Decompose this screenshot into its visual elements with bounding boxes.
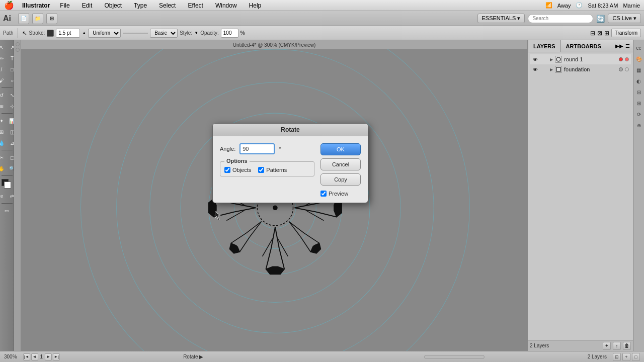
layers-move-to-new-btn[interactable]: ↑ [613,342,621,350]
menu-file[interactable]: File [58,2,71,9]
fill-none-btn[interactable]: ⊘ [0,191,7,201]
scale-tool-btn[interactable]: ⤡ [7,90,14,100]
direct-select-btn[interactable]: ↗ [7,42,14,52]
layer-item-foundation[interactable]: 👁 ▶ foundation [530,64,631,74]
left-scroll-strip [14,40,21,351]
layers-delete-btn[interactable]: 🗑 [623,342,631,350]
gradient-strip-icon[interactable]: ◐ [634,76,643,85]
menu-select[interactable]: Select [157,2,178,9]
zoom-tool-btn[interactable]: 🔍 [7,163,14,173]
uniform-dropdown[interactable]: Uniform [88,29,121,38]
sync-icon: 🔄 [596,15,605,23]
menu-object[interactable]: Object [102,2,124,9]
menu-help[interactable]: Help [247,2,264,9]
menu-effect[interactable]: Effect [186,2,205,9]
style-dropdown-icon[interactable]: ▼ [194,31,198,35]
patterns-checkbox[interactable] [258,167,264,173]
scissor-tool-btn[interactable]: ✂ [0,152,7,162]
status-arrow[interactable]: ▶ [199,354,203,359]
cc-icon[interactable]: cc [634,43,643,52]
eraser-tool-btn[interactable]: ◻ [7,152,14,162]
align-left-icon[interactable]: ⊟ [590,30,595,37]
layer-lock-foundation[interactable] [541,66,548,73]
preview-checkbox[interactable] [320,191,327,197]
panel-menu-icon[interactable]: ☰ [625,43,630,49]
layer-visibility-round1[interactable]: 👁 [532,56,539,63]
pathfinder-icon[interactable]: ⊕ [634,121,643,130]
layers-tab[interactable]: LAYERS [528,40,561,52]
swatches-icon[interactable]: ▦ [634,65,643,74]
status-new-icon[interactable]: + [622,353,630,361]
stroke-value-input[interactable] [56,29,80,38]
objects-checkbox[interactable] [224,167,230,173]
selection-tool-btn[interactable]: ↖ [0,42,7,52]
preview-label: Preview [329,191,348,197]
swap-btn[interactable]: ⇄ [7,191,14,201]
stroke-strip-icon[interactable]: ⊟ [634,87,643,97]
opacity-input[interactable] [221,29,238,38]
layer-lock-round1[interactable] [541,56,548,63]
layers-new-layer-btn[interactable]: + [603,342,611,350]
rotate-dialog-title[interactable]: Rotate [213,124,368,136]
blob-tool-btn[interactable]: ○ [7,75,14,85]
pen-tool-btn[interactable]: ✏ [0,53,7,63]
page-prev-btn[interactable]: ◄ [31,353,38,360]
panel-expand-icon[interactable]: ▶▶ [615,43,623,49]
transform-btn[interactable]: Transform [611,29,641,37]
toggle-view-btn[interactable]: ⊞ [46,13,57,24]
essentials-btn[interactable]: ESSENTIALS ▾ [477,14,525,23]
clock-icon: 🕐 [576,2,583,9]
eyedropper-btn[interactable]: 💧 [0,138,7,148]
copy-button[interactable]: Copy [320,173,361,186]
artboards-tab[interactable]: ARTBOARDS [561,40,606,52]
blend-tool-btn[interactable]: ⊿ [7,138,14,148]
layer-visibility-foundation[interactable]: 👁 [532,66,539,73]
symbol-tool-btn[interactable]: ✦ [0,116,7,126]
graph-tool-btn[interactable]: 📊 [7,116,14,126]
type-tool-btn[interactable]: T [7,53,14,63]
brush-tool-btn[interactable]: 🖌 [0,75,7,85]
layer-item-round1[interactable]: 👁 ▶ round 1 [530,54,631,64]
page-last-btn[interactable]: ►| [53,353,60,360]
menu-type[interactable]: Type [132,2,149,9]
apple-menu[interactable]: 🍎 [4,1,14,10]
stroke-color-swatch2[interactable] [4,182,11,189]
rotate-tool-btn[interactable]: ↺ [0,90,7,100]
toolbox: ↖ ↗ ✏ T / □ 🖌 ○ ↺ ⤡ ≋ ⊹ ✦ 📊 ⊞ [0,40,14,351]
horizontal-scrollbar[interactable] [424,355,485,359]
menu-window[interactable]: Window [213,2,239,9]
cs-live-btn[interactable]: CS Live ▾ [608,14,641,23]
page-next-btn[interactable]: ► [45,353,52,360]
align-right-icon[interactable]: ⊞ [604,30,609,37]
menu-edit[interactable]: Edit [80,2,95,9]
stroke-line-preview [123,33,148,34]
transform-strip-icon[interactable]: ⟳ [634,110,643,119]
align-strip-icon[interactable]: ⊞ [634,99,643,108]
objects-checkbox-item[interactable]: Objects [224,167,251,173]
shape-tool-btn[interactable]: □ [7,64,14,74]
layer-expand-round1[interactable]: ▶ [550,57,553,62]
color-strip-icon[interactable]: 🎨 [634,54,643,63]
free-transform-btn[interactable]: ⊹ [7,101,14,111]
angle-input[interactable] [239,143,275,154]
status-layers-icon[interactable]: ⊟ [613,353,621,361]
align-center-icon[interactable]: ⊠ [597,30,602,37]
open-btn[interactable]: 📁 [32,13,43,24]
mesh-tool-btn[interactable]: ⊞ [0,127,7,137]
screen-mode-btn[interactable]: ▭ [2,206,12,216]
options-legend: Options [224,158,250,164]
line-tool-btn[interactable]: / [0,64,7,74]
status-artboard-icon[interactable]: □ [632,353,640,361]
warp-tool-btn[interactable]: ≋ [0,101,7,111]
patterns-checkbox-item[interactable]: Patterns [258,167,287,173]
cancel-button[interactable]: Cancel [320,158,361,170]
basic-dropdown[interactable]: Basic [150,29,178,38]
new-doc-btn[interactable]: 📄 [18,13,29,24]
ok-button[interactable]: OK [320,143,361,155]
layer-expand-foundation[interactable]: ▶ [550,67,553,72]
stroke-up-icon[interactable]: ▲ [82,31,86,35]
page-first-btn[interactable]: |◄ [23,353,30,360]
hand-tool-btn[interactable]: ✋ [0,163,7,173]
search-input[interactable] [528,14,593,23]
gradient-tool-btn[interactable]: ◫ [7,127,14,137]
